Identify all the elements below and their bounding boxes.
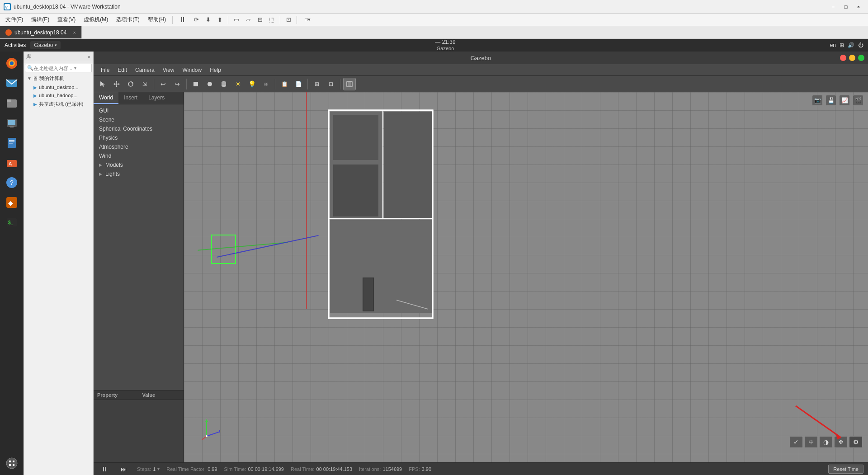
gaz-menu-window[interactable]: Window [179, 66, 206, 74]
gaz-close-btn[interactable] [840, 55, 846, 61]
steps-dropdown[interactable]: ▾ [157, 466, 160, 471]
vm-toolbar-btn1[interactable]: ⟳ [191, 15, 202, 25]
tab-layers[interactable]: Layers [143, 92, 170, 104]
vm-toolbar-btn9[interactable]: □▾ [300, 15, 315, 25]
power-icon[interactable]: ⏻ [858, 42, 863, 48]
dock-firefox[interactable] [3, 54, 21, 72]
gaz-menu-camera[interactable]: Camera [132, 66, 158, 74]
vm-toolbar-pause[interactable]: ⏸ [175, 15, 190, 25]
tool-select[interactable] [96, 78, 109, 90]
world-item-scene[interactable]: Scene [94, 115, 184, 124]
lang-indicator[interactable]: en [830, 42, 836, 48]
tool-copy[interactable]: 📋 [278, 78, 291, 90]
vm-toolbar-btn3[interactable]: ⬆ [214, 15, 225, 25]
tool-rotate[interactable] [124, 78, 137, 90]
network-icon[interactable]: ⊞ [840, 42, 844, 48]
tool-translate[interactable] [110, 78, 123, 90]
overlay-star-btn[interactable]: ✤ [834, 436, 848, 448]
world-item-spherical[interactable]: Spherical Coordinates [94, 124, 184, 133]
tool-light-spot[interactable]: 💡 [245, 78, 258, 90]
viewport-video-btn[interactable]: 🎬 [853, 95, 863, 106]
gaz-maximize-btn[interactable] [858, 55, 864, 61]
tool-align[interactable]: ⊞ [311, 78, 323, 90]
overlay-gear-btn[interactable]: ⚙ [849, 436, 863, 448]
dock-email[interactable] [3, 74, 21, 92]
viewport-3d[interactable]: 📷 💾 📈 🎬 ✓ 中 ◑ ✤ ⚙ [184, 92, 868, 462]
tree-item-ubuntu-hadoop[interactable]: ▶ ubuntu_hadoop... [24, 91, 93, 99]
tool-view-3d[interactable] [343, 78, 356, 90]
dock-terminal[interactable]: $_ [3, 213, 21, 231]
viewport-chart-btn[interactable]: 📈 [839, 95, 850, 106]
tool-paste[interactable]: 📄 [292, 78, 305, 90]
close-button[interactable]: × [853, 2, 864, 11]
menu-view[interactable]: 查看(V) [54, 14, 79, 25]
vm-toolbar-btn2[interactable]: ⬇ [203, 15, 213, 25]
dock-store[interactable]: A [3, 154, 21, 172]
gaz-menu-help[interactable]: Help [206, 66, 225, 74]
gazebo-menu-button[interactable]: Gazebo ▾ [30, 41, 61, 49]
tool-scale[interactable]: ⇲ [138, 78, 151, 90]
reset-time-button[interactable]: Reset Time [828, 465, 863, 474]
world-item-models[interactable]: ▶ Models [94, 160, 184, 169]
world-item-wind[interactable]: Wind [94, 151, 184, 160]
minimize-button[interactable]: − [827, 2, 839, 11]
menu-help[interactable]: 帮助(H) [144, 14, 170, 25]
maximize-button[interactable]: □ [840, 2, 852, 11]
dock-apps-grid[interactable] [3, 454, 21, 472]
world-item-gui[interactable]: GUI [94, 106, 184, 115]
tool-undo[interactable]: ↩ [157, 78, 170, 90]
statusbar-pause-btn[interactable]: ⏸ [98, 463, 111, 475]
menu-vm[interactable]: 虚拟机(M) [80, 14, 112, 25]
search-input[interactable] [33, 66, 74, 71]
viewport-save-btn[interactable]: 💾 [826, 95, 836, 106]
dock-vmware[interactable] [3, 114, 21, 132]
dock-help[interactable]: ? [3, 174, 21, 192]
dock-writer[interactable] [3, 134, 21, 152]
world-item-physics[interactable]: Physics [94, 133, 184, 142]
tool-redo[interactable]: ↪ [171, 78, 184, 90]
volume-icon[interactable]: 🔊 [848, 42, 854, 48]
tool-cylinder[interactable] [217, 78, 230, 90]
activities-button[interactable]: Activities [5, 42, 26, 48]
statusbar-next-btn[interactable]: ⏭ [118, 463, 130, 475]
overlay-cn-btn[interactable]: 中 [804, 436, 818, 448]
viewport-screenshot-btn[interactable]: 📷 [812, 95, 823, 106]
tool-box[interactable] [189, 78, 202, 90]
menu-edit[interactable]: 编辑(E) [28, 14, 53, 25]
svg-marker-31 [116, 81, 118, 82]
svg-rect-53 [384, 112, 432, 218]
vm-toolbar-btn4[interactable]: ▭ [231, 15, 242, 25]
tab-close-icon[interactable]: × [73, 30, 75, 35]
tree-item-ubuntu-desktop[interactable]: ▶ ubuntu_desktop... [24, 83, 93, 91]
gaz-menu-file[interactable]: File [97, 66, 113, 74]
gaz-menu-view[interactable]: View [159, 66, 178, 74]
dock-inkscape[interactable]: ◆ [3, 193, 21, 212]
gaz-menu-edit[interactable]: Edit [114, 66, 131, 74]
vm-toolbar-btn7[interactable]: ⬚ [266, 15, 277, 25]
overlay-check-btn[interactable]: ✓ [789, 436, 803, 448]
tool-snap[interactable]: ⊡ [325, 78, 337, 90]
vmware-search-bar[interactable]: 🔍 ▾ [25, 64, 92, 72]
panel-close-icon[interactable]: × [88, 54, 90, 60]
tab-label: ubuntu_desktop18.04 [14, 29, 66, 36]
tab-insert[interactable]: Insert [118, 92, 143, 104]
search-dropdown-icon[interactable]: ▾ [74, 66, 76, 71]
tree-root[interactable]: ▼ 🖥 我的计算机 [24, 74, 93, 83]
menu-tabs[interactable]: 选项卡(T) [113, 14, 143, 25]
tool-sphere[interactable] [203, 78, 216, 90]
gaz-minimize-btn[interactable] [849, 55, 855, 61]
overlay-moon-btn[interactable]: ◑ [819, 436, 833, 448]
tool-light-dir[interactable]: ≋ [259, 78, 272, 90]
vm-toolbar-btn5[interactable]: ▱ [243, 15, 254, 25]
tree-root-icon: 🖥 [33, 75, 38, 82]
vm-toolbar-btn8[interactable]: ⊡ [283, 15, 294, 25]
menu-file[interactable]: 文件(F) [2, 14, 27, 25]
tab-world[interactable]: World [94, 92, 118, 104]
dock-files[interactable] [3, 94, 21, 112]
vm-toolbar-btn6[interactable]: ⊟ [255, 15, 265, 25]
tree-item-shared[interactable]: ▶ 共享虚拟机 (已采用) [24, 99, 93, 109]
vm-tab-ubuntu[interactable]: ubuntu_desktop18.04 × [0, 26, 82, 38]
world-item-atmosphere[interactable]: Atmosphere [94, 142, 184, 151]
world-item-lights[interactable]: ▶ Lights [94, 169, 184, 179]
tool-light-point[interactable]: ☀ [231, 78, 244, 90]
